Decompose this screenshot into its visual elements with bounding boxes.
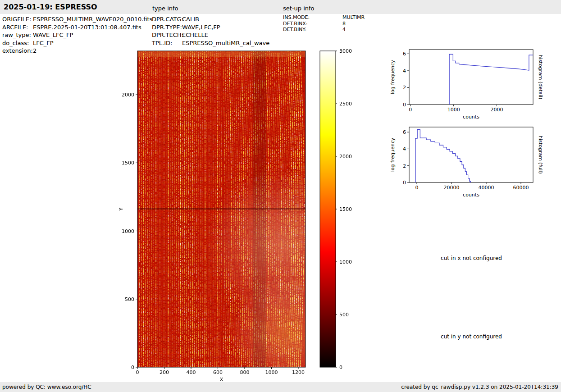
svg-text:1200: 1200	[292, 369, 305, 375]
meta-row-arcfile: ARCFILE:ESPRE.2025-01-20T13:01:08.407.fi…	[2, 23, 152, 32]
raw-frame-heatmap	[137, 51, 306, 367]
cut-x-message: cut in x not configured	[404, 255, 539, 261]
svg-text:histogram (detail): histogram (detail)	[538, 55, 543, 100]
svg-text:0: 0	[131, 365, 134, 370]
meta-value: 2	[33, 47, 36, 54]
svg-text:1500: 1500	[122, 160, 134, 166]
svg-text:0: 0	[339, 365, 342, 370]
svg-text:log frequency: log frequency	[390, 60, 396, 94]
svg-text:1500: 1500	[339, 206, 352, 212]
type-info-column: DPR.CATG:CALIB DPR.TYPE:WAVE,LFC,FP DPR.…	[152, 15, 269, 47]
svg-text:1000: 1000	[265, 369, 278, 375]
meta-value: 4	[342, 27, 346, 32]
meta-row-dprcatg: DPR.CATG:CALIB	[152, 15, 269, 23]
svg-text:log frequency: log frequency	[390, 137, 396, 172]
meta-value: CALIB	[182, 16, 199, 23]
meta-value: 8	[342, 21, 346, 27]
setup-info-column: INS.MODE:MULTIMR DET.BINX:8 DET.BINY:4	[283, 14, 365, 33]
meta-row-rawtype: raw_type:WAVE_LFC_FP	[2, 31, 152, 39]
meta-value: LFC_FP	[33, 40, 54, 46]
meta-label: DET.BINY:	[283, 27, 342, 33]
histogram-detail-plot: 0100020000246countslog frequencyhistogra…	[388, 45, 545, 125]
svg-text:500: 500	[339, 312, 349, 318]
svg-text:0: 0	[136, 369, 139, 375]
svg-text:500: 500	[125, 296, 134, 302]
meta-row-detbinx: DET.BINX:8	[283, 21, 365, 27]
meta-value: ESPRESSO_multiMR_cal_wave	[182, 40, 269, 46]
meta-value: WAVE_LFC_FP	[33, 32, 73, 38]
type-info-heading: type info	[152, 5, 178, 12]
header-bar: 2025-01-19: ESPRESSO type info set-up in…	[0, 0, 561, 14]
meta-row-dprtech: DPR.TECH:ECHELLE	[152, 31, 269, 39]
svg-text:0: 0	[403, 180, 406, 186]
meta-row-dprtype: DPR.TYPE:WAVE,LFC,FP	[152, 23, 269, 32]
footer-powered-by: powered by QC: www.eso.org/HC	[2, 384, 91, 390]
raw-frame-figure: 0200400600800100012000500100015002000XY0…	[115, 47, 372, 392]
histogram-full-plot: 02000040000600000246countslog frequencyh…	[388, 123, 545, 203]
svg-text:Y: Y	[118, 207, 124, 211]
footer-created-by: created by qc_rawdisp.py v1.2.3 on 2025-…	[401, 384, 558, 390]
svg-text:2: 2	[403, 163, 406, 169]
page-title: 2025-01-19: ESPRESSO	[4, 3, 97, 11]
meta-label: extension:	[2, 47, 33, 55]
svg-text:60000: 60000	[513, 185, 529, 191]
meta-label: do_class:	[2, 39, 33, 47]
svg-text:40000: 40000	[479, 185, 494, 191]
svg-text:400: 400	[186, 369, 196, 375]
svg-text:0: 0	[403, 102, 406, 108]
svg-text:200: 200	[160, 369, 169, 375]
meta-row-tplid: TPL.ID:ESPRESSO_multiMR_cal_wave	[152, 39, 269, 47]
meta-value: MULTIMR	[342, 14, 365, 20]
meta-value: ESPRESSO_MULTIMR_WAVE020_0010.fits	[33, 16, 152, 23]
meta-value: ESPRE.2025-01-20T13:01:08.407.fits	[33, 24, 141, 31]
svg-text:1000: 1000	[122, 228, 134, 234]
svg-text:3000: 3000	[339, 48, 352, 54]
svg-text:1000: 1000	[339, 259, 352, 265]
svg-text:20000: 20000	[443, 185, 459, 191]
svg-text:histogram (full): histogram (full)	[538, 136, 543, 174]
meta-row-doclass: do_class:LFC_FP	[2, 39, 152, 47]
cut-y-message: cut in y not configured	[404, 333, 539, 340]
meta-label: DPR.CATG:	[152, 15, 182, 23]
svg-text:6: 6	[403, 129, 406, 135]
qc-report-page: 2025-01-19: ESPRESSO type info set-up in…	[0, 0, 561, 392]
meta-value: WAVE,LFC,FP	[182, 24, 220, 31]
svg-text:2500: 2500	[339, 101, 352, 107]
meta-label: raw_type:	[2, 31, 33, 39]
meta-label: DET.BINX:	[283, 21, 342, 27]
svg-text:2000: 2000	[339, 154, 352, 160]
svg-text:2000: 2000	[122, 92, 134, 98]
meta-value: ECHELLE	[182, 32, 208, 38]
meta-label: DPR.TYPE:	[152, 23, 182, 32]
meta-label: TPL.ID:	[152, 39, 182, 47]
meta-label: ARCFILE:	[2, 23, 33, 32]
svg-text:0: 0	[415, 185, 418, 191]
svg-text:600: 600	[213, 369, 223, 375]
svg-text:counts: counts	[463, 192, 479, 198]
meta-row-insmode: INS.MODE:MULTIMR	[283, 14, 365, 21]
meta-label: ORIGFILE:	[2, 15, 33, 23]
svg-text:4: 4	[403, 68, 406, 74]
setup-info-heading: set-up info	[283, 5, 315, 12]
footer-bar: powered by QC: www.eso.org/HC created by…	[0, 382, 561, 392]
meta-label: INS.MODE:	[283, 14, 342, 21]
svg-text:4: 4	[403, 146, 406, 152]
svg-text:counts: counts	[463, 114, 479, 120]
svg-text:6: 6	[403, 51, 406, 57]
meta-label: DPR.TECH:	[152, 31, 182, 39]
meta-row-detbiny: DET.BINY:4	[283, 27, 365, 33]
meta-row-origfile: ORIGFILE:ESPRESSO_MULTIMR_WAVE020_0010.f…	[2, 15, 152, 23]
svg-text:0: 0	[409, 107, 412, 113]
svg-text:800: 800	[240, 369, 249, 375]
svg-text:2000: 2000	[491, 107, 503, 113]
svg-text:2: 2	[403, 85, 406, 91]
svg-text:1000: 1000	[447, 107, 460, 113]
